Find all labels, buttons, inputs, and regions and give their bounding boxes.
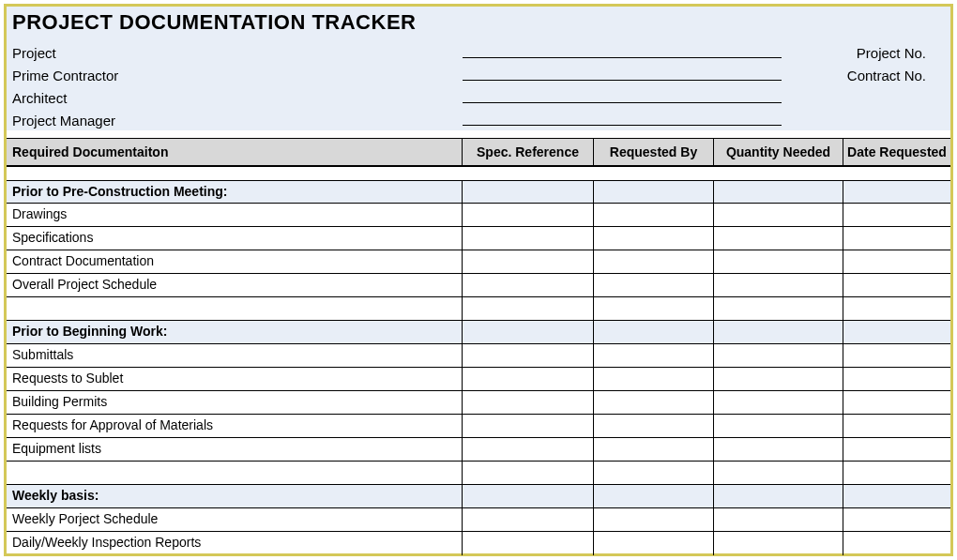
cell[interactable] [843, 250, 950, 273]
cell[interactable] [463, 485, 594, 507]
cell[interactable] [463, 274, 594, 296]
cell[interactable] [714, 368, 843, 390]
cell[interactable] [843, 321, 950, 343]
item-label: Weekly Porject Schedule [7, 508, 463, 531]
cell[interactable] [463, 297, 594, 320]
cell[interactable] [714, 344, 843, 367]
cell[interactable] [714, 227, 843, 250]
contract-no-label: Contract No. [847, 68, 945, 83]
cell[interactable] [463, 321, 594, 343]
cell[interactable] [714, 204, 843, 226]
cell[interactable] [594, 438, 714, 461]
cell[interactable] [463, 344, 594, 367]
architect-input-line[interactable] [463, 102, 782, 103]
cell[interactable] [843, 508, 950, 531]
item-label: Overall Project Schedule [7, 274, 463, 296]
cell[interactable] [594, 274, 714, 296]
cell[interactable] [714, 415, 843, 437]
header-row-prime-contractor: Prime Contractor Contract No. [12, 61, 945, 83]
cell[interactable] [843, 181, 950, 203]
cell[interactable] [843, 227, 950, 250]
cell[interactable] [463, 250, 594, 273]
table-row: Specifications [7, 227, 950, 250]
cell[interactable] [463, 415, 594, 437]
item-label: Submittals [7, 344, 463, 367]
header-row-architect: Architect [12, 83, 945, 106]
cell[interactable] [463, 508, 594, 531]
column-header-documentation: Required Documentaiton [7, 139, 463, 165]
header-row-project: Project Project No. [12, 38, 945, 61]
table-row: Equipment lists [7, 438, 950, 462]
column-header-quantity-needed: Quantity Needed [714, 139, 843, 165]
table-row: Requests to Sublet [7, 368, 950, 391]
item-label: Drawings [7, 204, 463, 226]
cell[interactable] [714, 250, 843, 273]
project-manager-input-line[interactable] [463, 125, 782, 126]
item-label: Building Permits [7, 391, 463, 414]
cell[interactable] [594, 415, 714, 437]
section-heading-row: Weekly basis: [7, 485, 950, 508]
table-row [7, 462, 950, 485]
section-heading: Prior to Pre-Construction Meeting: [7, 181, 463, 203]
cell[interactable] [714, 391, 843, 414]
cell[interactable] [714, 462, 843, 484]
cell[interactable] [594, 391, 714, 414]
item-label: Requests to Sublet [7, 368, 463, 390]
project-input-line[interactable] [463, 57, 782, 58]
cell[interactable] [594, 227, 714, 250]
table-row: Drawings [7, 204, 950, 227]
prime-contractor-input-line[interactable] [463, 80, 782, 81]
cell[interactable] [594, 204, 714, 226]
cell[interactable] [594, 368, 714, 390]
column-header-spec-reference: Spec. Reference [463, 139, 594, 165]
cell[interactable] [463, 462, 594, 484]
architect-label: Architect [12, 90, 134, 106]
cell[interactable] [843, 532, 950, 555]
cell[interactable] [714, 297, 843, 320]
cell[interactable] [594, 344, 714, 367]
cell[interactable] [843, 462, 950, 484]
cell[interactable] [594, 321, 714, 343]
table-row: Weekly Porject Schedule [7, 508, 950, 532]
cell[interactable] [843, 415, 950, 437]
cell[interactable] [463, 368, 594, 390]
cell[interactable] [843, 204, 950, 226]
cell[interactable] [843, 391, 950, 414]
cell[interactable] [843, 274, 950, 296]
cell[interactable] [463, 438, 594, 461]
item-label: Specifications [7, 227, 463, 250]
item-label: Equipment lists [7, 438, 463, 461]
cell[interactable] [463, 227, 594, 250]
cell[interactable] [714, 274, 843, 296]
table-row: Building Permits [7, 391, 950, 415]
cell[interactable] [463, 391, 594, 414]
cell[interactable] [843, 368, 950, 390]
cell[interactable] [463, 204, 594, 226]
cell[interactable] [594, 181, 714, 203]
cell[interactable] [463, 532, 594, 555]
spacer [7, 130, 950, 138]
cell[interactable] [714, 532, 843, 555]
section-heading: Prior to Beginning Work: [7, 321, 463, 343]
cell[interactable] [594, 297, 714, 320]
cell[interactable] [843, 297, 950, 320]
cell[interactable] [843, 344, 950, 367]
cell[interactable] [594, 508, 714, 531]
cell[interactable] [714, 485, 843, 507]
item-label: Requests for Approval of Materials [7, 415, 463, 437]
table-row: Requests for Approval of Materials [7, 415, 950, 438]
cell[interactable] [594, 462, 714, 484]
cell[interactable] [594, 485, 714, 507]
header-section: PROJECT DOCUMENTATION TRACKER Project Pr… [7, 7, 950, 130]
cell[interactable] [843, 485, 950, 507]
cell[interactable] [594, 532, 714, 555]
cell[interactable] [463, 181, 594, 203]
table-columns-header: Required Documentaiton Spec. Reference R… [7, 138, 950, 167]
document-tracker-container: PROJECT DOCUMENTATION TRACKER Project Pr… [4, 4, 953, 556]
cell[interactable] [714, 321, 843, 343]
cell[interactable] [714, 438, 843, 461]
cell[interactable] [594, 250, 714, 273]
cell[interactable] [714, 508, 843, 531]
cell[interactable] [843, 438, 950, 461]
cell[interactable] [714, 181, 843, 203]
